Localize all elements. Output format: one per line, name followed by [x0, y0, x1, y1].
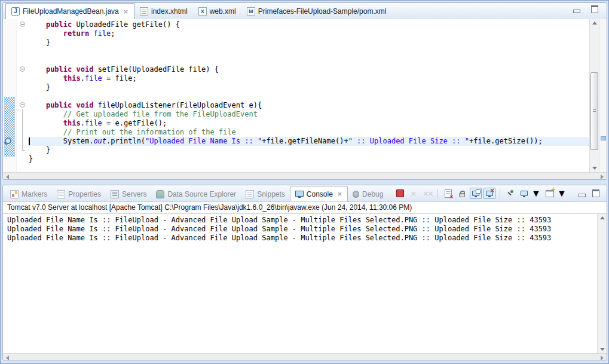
console-description: Tomcat v7.0 Server at localhost [Apache …: [3, 201, 607, 214]
code-line[interactable]: }: [29, 38, 589, 47]
close-tab-icon[interactable]: ×: [336, 191, 342, 197]
view-tab-console[interactable]: Console×: [290, 186, 348, 201]
console-panel: MarkersPropertiesServersData Source Expl…: [2, 185, 607, 360]
scroll-left-arrow-icon[interactable]: [6, 356, 9, 360]
console-line: Uploaded File Name Is :: FileUpload - Ad…: [7, 216, 597, 225]
code-token: public: [46, 20, 72, 29]
editor-tab-index-xhtml[interactable]: index.xhtml: [134, 4, 193, 19]
code-line[interactable]: [29, 47, 589, 56]
dropdown-arrow-icon[interactable]: ▼: [530, 188, 542, 199]
code-token: fileUploadListener(FileUploadEvent e){: [93, 101, 262, 109]
scroll-up-arrow-icon[interactable]: [600, 216, 605, 219]
code-token: this: [63, 119, 81, 127]
code-token: [72, 65, 76, 74]
console-line: Uploaded File Name Is :: FileUpload - Ad…: [7, 225, 597, 234]
dropdown-arrow-icon[interactable]: ▼: [556, 188, 568, 199]
show-console-on-stderr-button[interactable]: [483, 188, 495, 199]
collapse-toggle-icon[interactable]: [20, 102, 25, 108]
code-token: .: [81, 74, 85, 82]
code-editor[interactable]: public UploadedFile getFile() { return f…: [29, 19, 589, 172]
code-token: " :: Uploaded File Size :: ": [348, 137, 469, 145]
scroll-left-arrow-icon[interactable]: [6, 175, 9, 179]
view-tab-snippets[interactable]: Snippets: [241, 187, 290, 201]
editor-tab-primefaces-fileupload-sample-pom-xml[interactable]: Primefaces-FileUpload-Sample/pom.xml: [241, 4, 392, 19]
code-token: file: [93, 29, 111, 38]
code-token: [29, 29, 63, 38]
remove-launch-button[interactable]: [408, 188, 420, 199]
console-vertical-scrollbar[interactable]: [597, 214, 607, 353]
tab-label: index.xhtml: [151, 7, 188, 16]
scroll-lock-button[interactable]: [456, 188, 468, 199]
code-line[interactable]: // Get uploaded file from the FileUpload…: [29, 110, 589, 119]
scroll-right-arrow-icon[interactable]: [601, 356, 604, 360]
view-tab-properties[interactable]: Properties: [52, 187, 106, 201]
code-token: return: [63, 29, 89, 38]
view-tab-debug[interactable]: Debug: [348, 187, 388, 201]
overview-ruler[interactable]: [599, 19, 607, 172]
scroll-up-arrow-icon[interactable]: [592, 22, 597, 25]
show-console-on-stdout-icon: [472, 191, 479, 196]
minimize-editor-button[interactable]: [571, 4, 583, 15]
code-line[interactable]: this.file = file;: [29, 74, 589, 83]
toolbar-separator: [500, 189, 500, 198]
code-token: }: [29, 146, 50, 154]
code-token: public: [46, 65, 72, 74]
terminate-button[interactable]: [394, 188, 406, 199]
console-output[interactable]: Uploaded File Name Is :: FileUpload - Ad…: [3, 214, 597, 353]
code-token: [29, 65, 46, 74]
folding-ruler[interactable]: [16, 19, 29, 172]
editor-tab-web-xml[interactable]: web.xml: [193, 4, 241, 19]
pin-console-button[interactable]: [504, 188, 516, 199]
maximize-editor-button[interactable]: [589, 4, 601, 15]
collapse-toggle-icon[interactable]: [20, 66, 25, 72]
open-console-button[interactable]: [544, 188, 556, 199]
code-token: this: [63, 74, 81, 82]
view-tab-data-source-explorer[interactable]: Data Source Explorer: [151, 187, 241, 201]
code-token: [29, 119, 63, 127]
code-line[interactable]: public void fileUploadListener(FileUploa…: [29, 101, 589, 110]
collapse-toggle-icon[interactable]: [20, 22, 25, 27]
code-token: public: [46, 101, 72, 109]
minimize-console-button[interactable]: [576, 188, 588, 199]
code-line[interactable]: public void setFile(UploadedFile file) {: [29, 65, 589, 74]
code-line[interactable]: [29, 56, 589, 65]
overview-occurrence-marker[interactable]: [601, 136, 606, 140]
view-tab-markers[interactable]: Markers: [5, 187, 52, 201]
code-line[interactable]: // Print out the information of the file: [29, 128, 589, 137]
code-line[interactable]: }: [29, 83, 589, 92]
tab-label: Primefaces-FileUpload-Sample/pom.xml: [258, 7, 387, 16]
scroll-right-arrow-icon[interactable]: [601, 175, 604, 179]
java-file-icon: [11, 7, 20, 16]
editor-scrollbar-thumb[interactable]: [590, 72, 598, 150]
editor-tab-fileuploadmanagedbean-java[interactable]: FileUploadManagedBean.java×: [5, 3, 134, 19]
maximize-console-button[interactable]: [590, 188, 602, 199]
code-line[interactable]: }: [29, 146, 589, 155]
close-tab-icon[interactable]: ×: [122, 8, 128, 15]
clear-console-button[interactable]: [442, 188, 454, 199]
editor-horizontal-scrollbar[interactable]: [3, 172, 607, 180]
code-line[interactable]: }: [29, 155, 589, 164]
console-horizontal-scrollbar[interactable]: [3, 353, 607, 360]
annotation-ruler[interactable]: [3, 19, 16, 172]
scroll-down-arrow-icon[interactable]: [592, 167, 597, 170]
scroll-down-arrow-icon[interactable]: [600, 348, 605, 351]
code-line[interactable]: [29, 92, 589, 101]
console-line: Uploaded File Name Is :: FileUpload - Ad…: [7, 234, 597, 243]
remove-all-terminated-button[interactable]: [421, 188, 433, 199]
code-line[interactable]: return file;: [29, 29, 589, 38]
code-line[interactable]: public UploadedFile getFile() {: [29, 20, 589, 29]
maximize-icon: [591, 5, 598, 13]
code-line[interactable]: this.file = e.getFile();: [29, 119, 589, 128]
editor-vertical-scrollbar[interactable]: [589, 19, 599, 172]
fold-scope-line: [22, 109, 23, 151]
display-selected-console-button[interactable]: [518, 188, 530, 199]
show-console-on-stderr-icon: [486, 191, 493, 196]
code-line[interactable]: System.out.println("Uploaded File Name I…: [29, 137, 589, 146]
minimize-console-icon: [579, 194, 586, 197]
method-range-indicator: [4, 97, 15, 157]
show-console-on-stdout-button[interactable]: [470, 188, 482, 199]
view-tab-servers[interactable]: Servers: [106, 187, 151, 201]
remove-launch-icon: [411, 189, 417, 197]
code-token: // Print out the information of the file: [63, 128, 236, 136]
minimize-icon: [573, 10, 580, 13]
